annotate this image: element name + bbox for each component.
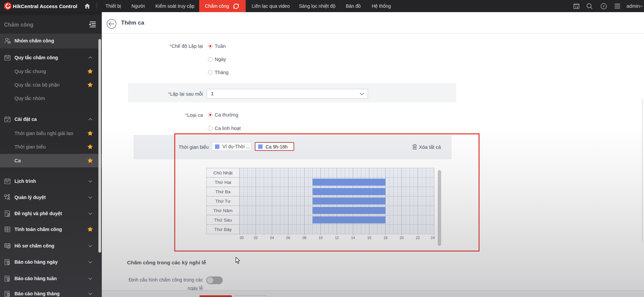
svg-text:1: 1 xyxy=(575,5,577,8)
svg-text:D: D xyxy=(7,262,9,264)
svg-text:M: M xyxy=(7,294,9,296)
svg-text:W: W xyxy=(7,278,9,281)
